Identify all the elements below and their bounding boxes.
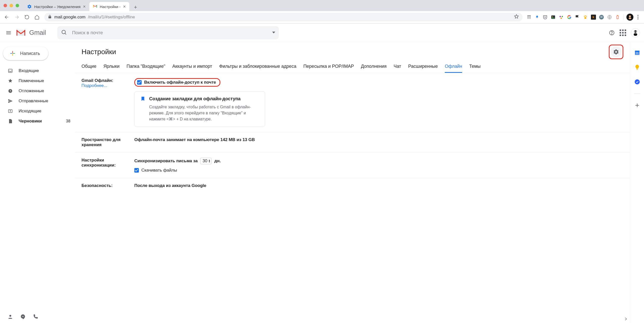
tab-пересылка-и-pop-imap[interactable]: Пересылка и POP/IMAP	[303, 64, 354, 73]
sync-text-before: Синхронизировать письма за	[134, 158, 198, 163]
tab-ярлыки[interactable]: Ярлыки	[103, 64, 119, 73]
extension-reader-icon[interactable]	[526, 14, 533, 21]
search-input[interactable]	[72, 30, 270, 36]
settings-tabs: ОбщиеЯрлыкиПапка "Входящие"Аккаунты и им…	[75, 59, 630, 73]
tab-чат[interactable]: Чат	[394, 64, 401, 73]
side-panel: 31	[630, 42, 644, 323]
tab-дополнения[interactable]: Дополнения	[361, 64, 387, 73]
sync-days-select[interactable]: 30 ▲▼	[200, 158, 212, 164]
google-apps-button[interactable]	[617, 27, 628, 38]
tab-фильтры-и-заблокированные-адреса[interactable]: Фильтры и заблокированные адреса	[219, 64, 296, 73]
support-button[interactable]	[606, 27, 617, 38]
sidebar-item-outbox[interactable]: Исходящие	[0, 106, 75, 116]
bookmark-star-icon[interactable]	[514, 14, 519, 20]
forward-button[interactable]	[13, 13, 21, 21]
tab-папка-входящие-[interactable]: Папка "Входящие"	[127, 64, 165, 73]
extension-picture-icon[interactable]	[550, 14, 557, 21]
sidebar: Написать Входящие Помеченные Отложенные …	[0, 42, 75, 323]
keep-addon-icon[interactable]	[634, 64, 640, 70]
tasks-addon-icon[interactable]	[634, 79, 640, 85]
extension-flag-icon[interactable]	[574, 14, 581, 21]
settings-main: Настройки ОбщиеЯрлыкиПапка "Входящие"Акк…	[75, 42, 630, 323]
toolbar: mail.google.com/mail/u/1/#settings/offli…	[0, 11, 644, 23]
get-addons-button[interactable]	[634, 102, 640, 108]
calendar-addon-icon[interactable]: 31	[634, 50, 640, 56]
draft-icon	[8, 119, 13, 124]
close-tab-icon[interactable]: ×	[123, 4, 126, 9]
learn-more-link[interactable]: Подробнее...	[82, 83, 107, 88]
gmail-logo[interactable]: Gmail	[16, 29, 46, 37]
plus-icon	[9, 50, 16, 57]
folder-label: Входящие	[19, 68, 39, 73]
svg-rect-24	[634, 33, 637, 36]
maximize-window-icon[interactable]	[16, 4, 19, 7]
tab-расширенные[interactable]: Расширенные	[408, 64, 438, 73]
download-files-label: Скачивать файлы	[141, 168, 177, 173]
gmail-icon	[93, 4, 97, 9]
sidebar-item-clock[interactable]: Отложенные	[0, 86, 75, 96]
extension-paw-icon[interactable]	[582, 14, 589, 21]
svg-text:31: 31	[636, 52, 639, 55]
close-window-icon[interactable]	[4, 4, 7, 7]
url-path: /mail/u/1/#settings/offline	[88, 15, 135, 20]
enable-offline-label: Включить офлайн-доступ к почте	[144, 80, 216, 85]
sidebar-bottom-bar	[0, 311, 75, 323]
download-files-checkbox[interactable]	[134, 168, 139, 173]
tab-title: Настройки – Уведомления	[34, 5, 80, 9]
svg-point-3	[562, 16, 563, 17]
contacts-icon[interactable]	[8, 314, 13, 320]
chrome-menu-button[interactable]	[634, 14, 641, 21]
minimize-window-icon[interactable]	[10, 4, 13, 7]
reload-button[interactable]	[23, 13, 31, 21]
settings-gear-button[interactable]	[611, 46, 622, 57]
phone-icon[interactable]	[33, 314, 38, 320]
sidebar-item-send[interactable]: Отправленные	[0, 96, 75, 106]
compose-button[interactable]: Написать	[3, 47, 48, 60]
folder-label: Отложенные	[19, 88, 44, 93]
extension-yandex-icon[interactable]	[534, 14, 541, 21]
home-button[interactable]	[33, 13, 41, 21]
section-offline: Gmail Офлайн: Подробнее... Включить офла…	[75, 73, 630, 132]
search-icon[interactable]	[61, 29, 67, 36]
section-security: Безопасность: После выхода из аккаунта G…	[75, 178, 630, 193]
svg-rect-18	[629, 18, 631, 19]
tab-аккаунты-и-импорт[interactable]: Аккаунты и импорт	[172, 64, 212, 73]
gear-icon	[27, 4, 32, 9]
account-avatar[interactable]	[631, 28, 640, 37]
extension-pocket-icon[interactable]	[542, 14, 549, 21]
svg-point-7	[585, 15, 586, 16]
url-host: mail.google.com	[54, 15, 86, 20]
chevron-right-icon[interactable]	[623, 316, 628, 322]
enable-offline-checkbox[interactable]	[137, 80, 142, 85]
extension-dots-icon[interactable]	[558, 14, 565, 21]
star-icon	[8, 78, 13, 83]
extension-w-icon[interactable]: W	[598, 14, 605, 21]
window-controls[interactable]	[4, 0, 19, 11]
extension-k-icon[interactable]: k	[590, 14, 597, 21]
browser-tab-1[interactable]: Настройки – Уведомления ×	[24, 2, 89, 11]
sidebar-item-inbox[interactable]: Входящие	[0, 66, 75, 76]
svg-text:W: W	[600, 16, 603, 18]
tab-общие[interactable]: Общие	[82, 64, 96, 73]
sync-label: Настройки синхронизации:	[82, 158, 116, 168]
extension-google-icon[interactable]	[566, 14, 573, 21]
hangouts-icon[interactable]	[20, 314, 26, 320]
new-tab-button[interactable]: +	[132, 4, 139, 11]
outbox-icon	[8, 109, 13, 114]
address-bar[interactable]: mail.google.com/mail/u/1/#settings/offli…	[44, 13, 522, 21]
sidebar-item-draft[interactable]: Черновики 38	[0, 116, 75, 126]
sidebar-item-star[interactable]: Помеченные	[0, 76, 75, 86]
profile-avatar[interactable]	[626, 14, 633, 21]
tab-офлайн[interactable]: Офлайн	[445, 64, 462, 73]
extension-battery-icon[interactable]	[614, 14, 621, 21]
search-options-icon[interactable]	[272, 31, 275, 35]
back-button[interactable]	[3, 13, 11, 21]
sync-days-value: 30	[203, 158, 207, 164]
extension-globe-icon[interactable]	[606, 14, 613, 21]
browser-tab-2-active[interactable]: Настройки - ×	[89, 2, 129, 11]
tab-темы[interactable]: Темы	[469, 64, 480, 73]
folder-label: Помеченные	[19, 78, 44, 83]
close-tab-icon[interactable]: ×	[83, 4, 86, 9]
search-bar[interactable]	[57, 26, 279, 39]
main-menu-button[interactable]	[3, 27, 15, 39]
